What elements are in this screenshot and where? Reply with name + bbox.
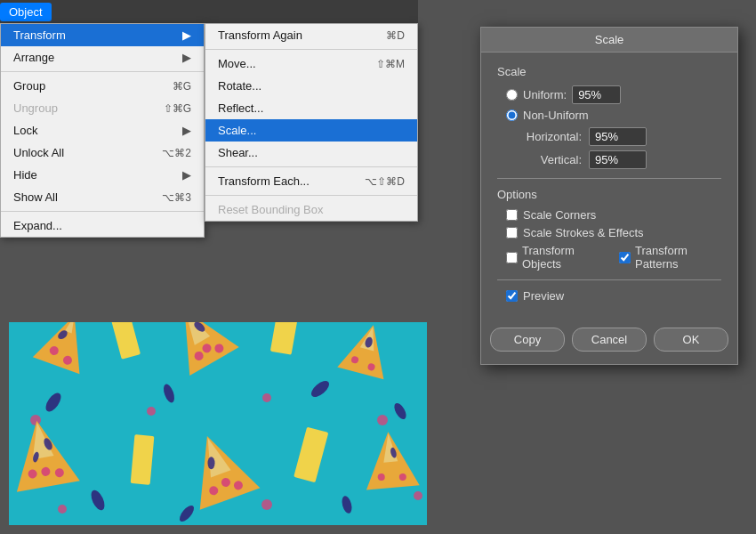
shortcut-ungroup: ⇧⌘G <box>164 102 191 115</box>
preview-checkbox[interactable] <box>506 290 518 302</box>
transform-objects-checkbox[interactable] <box>506 252 518 263</box>
dropdown-item-ungroup[interactable]: Ungroup ⇧⌘G <box>1 97 204 119</box>
svg-point-41 <box>208 457 215 469</box>
svg-point-24 <box>30 415 41 425</box>
scale-radio-group: Uniform: Non-Uniform <box>497 85 721 122</box>
transform-submenu: Transform Again ⌘D Move... ⇧⌘M Rotate...… <box>205 23 418 222</box>
object-menu[interactable]: Object <box>0 3 52 21</box>
dropdown-item-arrange[interactable]: Arrange ▶ <box>1 46 204 69</box>
transform-checkboxes-row: Transform Objects Transform Patterns <box>497 244 721 271</box>
uniform-value-input[interactable] <box>572 85 621 104</box>
horizontal-input[interactable] <box>589 127 647 146</box>
submenu-label-move: Move... <box>218 57 256 70</box>
submenu-item-shear[interactable]: Shear... <box>205 142 417 164</box>
menu-bar: Object <box>0 0 418 23</box>
dropdown-label-arrange: Arrange <box>13 51 54 64</box>
cancel-button[interactable]: Cancel <box>572 328 647 352</box>
arrow-icon-arrange: ▶ <box>182 51 191 64</box>
svg-point-26 <box>262 393 271 402</box>
ok-button[interactable]: OK <box>654 328 728 352</box>
submenu-item-transform-each[interactable]: Transform Each... ⌥⇧⌘D <box>205 170 417 192</box>
svg-point-53 <box>414 491 422 500</box>
submenu-label-rotate: Rotate... <box>218 79 261 93</box>
horizontal-label: Horizontal: <box>515 130 582 143</box>
shortcut-move: ⇧⌘M <box>376 58 405 70</box>
vertical-row: Vertical: <box>497 150 721 169</box>
non-uniform-label: Non-Uniform <box>523 109 589 122</box>
submenu-item-scale[interactable]: Scale... <box>205 119 417 142</box>
scale-corners-row: Scale Corners <box>497 208 721 222</box>
submenu-item-move[interactable]: Move... ⇧⌘M <box>205 53 417 75</box>
dialog-title: Scale <box>481 28 737 53</box>
scale-dialog: Scale Scale Uniform: Non-Uniform Horizon… <box>480 27 738 365</box>
separator-1 <box>1 71 204 72</box>
submenu-item-reflect[interactable]: Reflect... <box>205 97 417 119</box>
separator-2 <box>1 211 204 212</box>
submenu-label-transform-again: Transform Again <box>218 28 302 42</box>
canvas-svg <box>9 322 427 525</box>
vertical-input[interactable] <box>589 150 647 169</box>
non-uniform-radio[interactable] <box>506 109 518 121</box>
object-dropdown: Transform ▶ Arrange ▶ Group ⌘G Ungroup ⇧… <box>0 23 205 238</box>
arrow-icon-hide: ▶ <box>182 168 191 182</box>
dropdown-label-unlock: Unlock All <box>13 146 64 159</box>
svg-point-25 <box>147 407 156 416</box>
submenu-sep-2 <box>205 166 417 167</box>
canvas-area <box>9 322 427 525</box>
shortcut-showall: ⌥⌘3 <box>162 191 191 204</box>
submenu-label-transform-each: Transform Each... <box>218 174 310 188</box>
svg-point-52 <box>261 499 272 510</box>
copy-button[interactable]: Copy <box>490 328 565 352</box>
scale-strokes-checkbox[interactable] <box>506 227 518 239</box>
dialog-buttons: Copy Cancel OK <box>481 328 737 364</box>
svg-point-27 <box>377 415 388 425</box>
transform-objects-item: Transform Objects <box>506 244 605 271</box>
dropdown-item-lock[interactable]: Lock ▶ <box>1 119 204 142</box>
preview-row: Preview <box>497 289 721 303</box>
options-title: Options <box>497 188 721 201</box>
uniform-label: Uniform: <box>523 85 621 104</box>
svg-point-51 <box>58 505 67 514</box>
dropdown-label-lock: Lock <box>13 124 37 137</box>
scale-section-title: Scale <box>497 65 721 78</box>
shortcut-transform-each: ⌥⇧⌘D <box>365 175 405 188</box>
shortcut-group: ⌘G <box>173 80 191 93</box>
transform-patterns-checkbox[interactable] <box>619 252 631 263</box>
vertical-label: Vertical: <box>515 153 582 166</box>
dropdown-label-group: Group <box>13 79 45 93</box>
scale-strokes-label: Scale Strokes & Effects <box>523 226 644 239</box>
dropdown-item-hide[interactable]: Hide ▶ <box>1 164 204 186</box>
submenu-item-rotate[interactable]: Rotate... <box>205 75 417 97</box>
submenu-sep-3 <box>205 195 417 196</box>
submenu-sep-1 <box>205 49 417 50</box>
dropdown-label-ungroup: Ungroup <box>13 101 58 115</box>
scale-corners-checkbox[interactable] <box>506 209 518 221</box>
transform-patterns-label: Transform Patterns <box>635 244 721 271</box>
dropdown-label-showall: Show All <box>13 190 58 204</box>
dropdown-label-hide: Hide <box>13 168 37 182</box>
dropdown-label-expand: Expand... <box>13 219 62 232</box>
dialog-sep-2 <box>497 279 721 280</box>
scale-strokes-row: Scale Strokes & Effects <box>497 226 721 239</box>
dialog-sep-1 <box>497 178 721 179</box>
shortcut-unlock: ⌥⌘2 <box>162 147 191 159</box>
dropdown-item-group[interactable]: Group ⌘G <box>1 75 204 97</box>
submenu-label-scale: Scale... <box>218 124 256 137</box>
uniform-row: Uniform: <box>497 85 721 104</box>
uniform-radio[interactable] <box>506 89 518 101</box>
dropdown-label-transform: Transform <box>13 28 66 42</box>
shortcut-transform-again: ⌘D <box>386 29 405 42</box>
submenu-item-transform-again[interactable]: Transform Again ⌘D <box>205 24 417 46</box>
submenu-label-reflect: Reflect... <box>218 101 263 115</box>
dropdown-item-showall[interactable]: Show All ⌥⌘3 <box>1 186 204 208</box>
arrow-icon: ▶ <box>182 28 191 42</box>
scale-corners-label: Scale Corners <box>523 208 596 222</box>
dropdown-item-expand[interactable]: Expand... <box>1 214 204 237</box>
submenu-item-reset-bounding[interactable]: Reset Bounding Box <box>205 198 417 221</box>
dropdown-item-transform[interactable]: Transform ▶ <box>1 24 204 46</box>
non-uniform-row: Non-Uniform <box>497 109 721 122</box>
submenu-label-reset-bounding: Reset Bounding Box <box>218 203 324 216</box>
submenu-label-shear: Shear... <box>218 146 258 159</box>
transform-objects-label: Transform Objects <box>522 244 605 271</box>
dropdown-item-unlock[interactable]: Unlock All ⌥⌘2 <box>1 142 204 164</box>
